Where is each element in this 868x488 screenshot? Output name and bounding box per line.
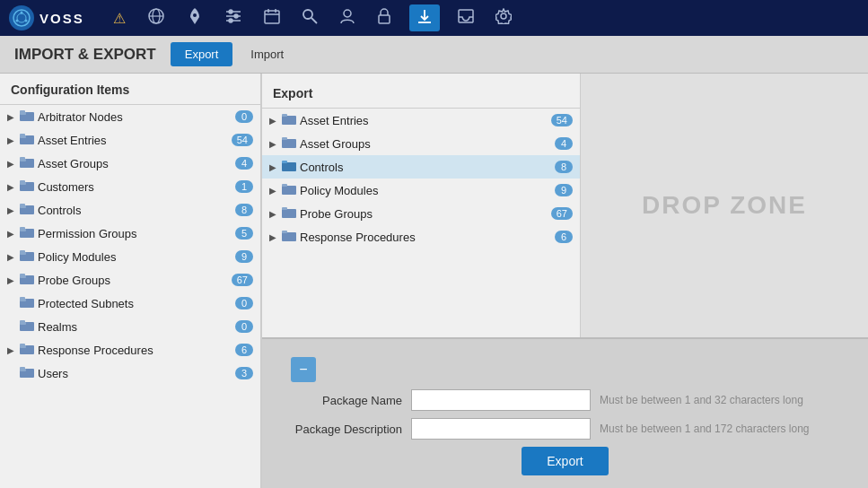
item-badge: 0 — [235, 297, 253, 309]
item-badge: 0 — [235, 110, 253, 123]
tree-arrow: ▶ — [7, 135, 16, 145]
warning-icon[interactable]: ⚠ — [110, 6, 129, 30]
tab-export[interactable]: Export — [171, 42, 233, 66]
export-items-col: Export ▶ Asset Entries 54 ▶ Asset Groups… — [262, 74, 581, 337]
package-description-row: Package Description Must be between 1 an… — [276, 418, 854, 440]
folder-icon — [20, 203, 34, 217]
download-icon[interactable] — [409, 4, 440, 31]
drop-zone[interactable]: DROP ZONE — [581, 74, 868, 337]
list-item[interactable]: Protected Subnets 0 — [0, 292, 260, 315]
item-label: Permission Groups — [38, 227, 232, 240]
user-icon[interactable] — [336, 4, 359, 31]
top-navigation: VOSS ⚠ — [0, 0, 868, 36]
svg-rect-29 — [20, 110, 25, 113]
item-badge: 67 — [232, 274, 253, 286]
sliders-icon[interactable] — [221, 4, 246, 31]
list-item[interactable]: ▶ Response Procedures 6 — [0, 338, 260, 362]
svg-rect-35 — [20, 157, 25, 160]
list-item[interactable]: ▶ Policy Modules 9 — [262, 179, 580, 202]
package-description-label: Package Description — [276, 423, 402, 436]
minus-button[interactable]: − — [291, 357, 316, 382]
item-badge: 54 — [551, 114, 573, 126]
inbox-icon[interactable] — [454, 4, 478, 31]
folder-icon — [282, 136, 296, 151]
svg-rect-72 — [282, 207, 287, 210]
item-label: Asset Groups — [300, 137, 551, 151]
list-item[interactable]: ▶ Controls 8 — [262, 155, 580, 179]
item-badge: 8 — [235, 204, 253, 216]
rocket-icon[interactable] — [183, 4, 206, 32]
svg-point-2 — [21, 12, 23, 14]
globe-icon[interactable] — [144, 4, 169, 32]
folder-icon — [282, 183, 296, 197]
list-item[interactable]: ▶ Policy Modules 9 — [0, 245, 260, 268]
item-badge: 9 — [235, 250, 253, 263]
folder-icon — [20, 109, 34, 124]
svg-point-14 — [229, 19, 232, 22]
logo-text: VOSS — [39, 11, 84, 26]
svg-point-4 — [16, 20, 19, 22]
tree-arrow: ▶ — [269, 209, 278, 219]
tree-arrow: ▶ — [7, 159, 16, 169]
item-label: Protected Subnets — [38, 297, 232, 310]
svg-point-1 — [17, 13, 26, 22]
tree-arrow: ▶ — [7, 345, 16, 355]
voss-logo-svg — [12, 8, 31, 28]
svg-point-26 — [501, 13, 506, 19]
list-item[interactable]: ▶ Response Procedures 6 — [262, 225, 580, 248]
tab-import[interactable]: Import — [236, 42, 298, 66]
list-item[interactable]: ▶ Controls 8 — [0, 198, 260, 222]
package-name-hint: Must be between 1 and 32 characters long — [600, 394, 803, 406]
item-badge: 54 — [232, 134, 253, 146]
list-item[interactable]: ▶ Asset Entries 54 — [262, 109, 580, 132]
drop-zone-area: Export ▶ Asset Entries 54 ▶ Asset Groups… — [262, 74, 868, 337]
item-badge: 6 — [235, 344, 253, 356]
item-label: Probe Groups — [38, 274, 228, 287]
list-item[interactable]: ▶ Asset Groups 4 — [262, 132, 580, 155]
item-badge: 67 — [551, 207, 573, 220]
folder-icon — [282, 206, 296, 221]
header-bar: IMPORT & EXPORT Export Import — [0, 36, 868, 74]
main-layout: Configuration Items ▶ Arbitrator Nodes 0… — [0, 74, 868, 488]
export-button[interactable]: Export — [522, 447, 608, 475]
list-item[interactable]: ▶ Probe Groups 67 — [262, 202, 580, 225]
package-description-input[interactable] — [411, 418, 591, 440]
list-item[interactable]: ▶ Probe Groups 67 — [0, 268, 260, 292]
item-label: Users — [38, 367, 232, 380]
list-item[interactable]: ▶ Arbitrator Nodes 0 — [0, 105, 260, 128]
item-badge: 8 — [555, 161, 573, 173]
tree-arrow: ▶ — [7, 252, 16, 262]
package-description-hint: Must be between 1 and 172 characters lon… — [600, 423, 809, 435]
config-items-list: ▶ Arbitrator Nodes 0 ▶ Asset Entries 54 … — [0, 105, 260, 385]
tree-arrow: ▶ — [269, 116, 278, 126]
svg-rect-41 — [20, 204, 25, 206]
tree-arrow: ▶ — [269, 139, 278, 149]
lock-icon[interactable] — [373, 4, 395, 31]
folder-icon — [20, 296, 34, 310]
form-actions: Export — [276, 447, 854, 475]
svg-point-3 — [25, 20, 28, 22]
item-label: Asset Groups — [38, 157, 232, 170]
svg-rect-62 — [20, 367, 25, 370]
list-item[interactable]: ▶ Asset Groups 4 — [0, 152, 260, 175]
item-label: Response Procedures — [38, 344, 232, 357]
logo-icon — [9, 5, 34, 30]
list-item[interactable]: Users 3 — [0, 362, 260, 385]
svg-rect-73 — [282, 232, 296, 241]
search-icon[interactable] — [298, 4, 321, 31]
item-badge: 6 — [555, 231, 573, 243]
item-label: Probe Groups — [300, 207, 548, 221]
item-label: Controls — [38, 204, 232, 217]
list-item[interactable]: ▶ Asset Entries 54 — [0, 128, 260, 152]
svg-rect-71 — [282, 209, 296, 218]
list-item[interactable]: ▶ Permission Groups 5 — [0, 222, 260, 245]
list-item[interactable]: Realms 0 — [0, 315, 260, 338]
gear-icon[interactable] — [492, 4, 515, 31]
svg-point-8 — [193, 13, 197, 17]
calendar-icon[interactable] — [260, 4, 284, 31]
package-name-input[interactable] — [411, 389, 591, 411]
item-badge: 5 — [235, 227, 253, 240]
item-label: Realms — [38, 320, 232, 334]
folder-icon — [20, 366, 34, 380]
list-item[interactable]: ▶ Customers 1 — [0, 175, 260, 198]
